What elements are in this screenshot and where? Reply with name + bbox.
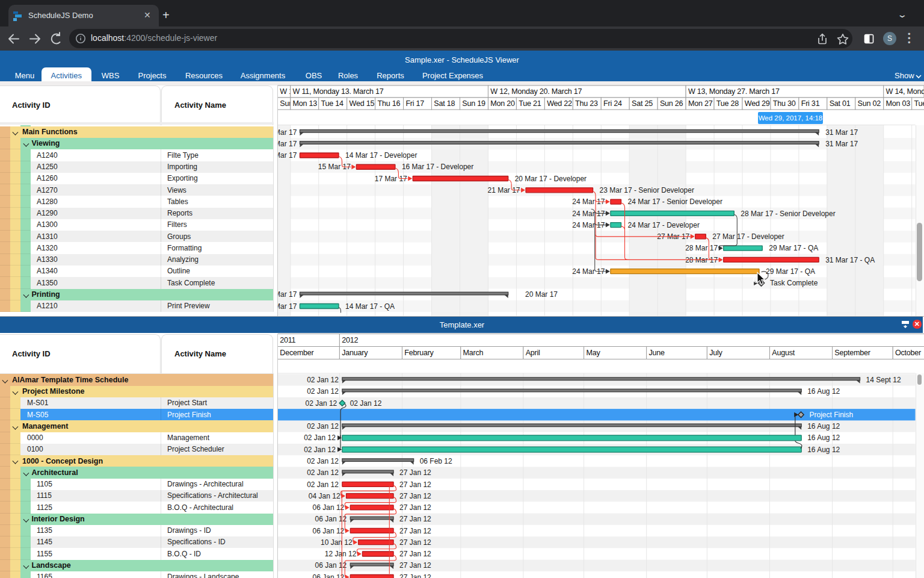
svg-text:Sat 25: Sat 25 — [632, 99, 653, 108]
svg-text:06 Jan 12: 06 Jan 12 — [313, 527, 345, 535]
svg-text:04 Jan 12: 04 Jan 12 — [309, 492, 340, 500]
svg-text:27 Jan 12: 27 Jan 12 — [399, 515, 431, 523]
svg-text:27 Jan 12: 27 Jan 12 — [399, 527, 431, 535]
svg-text:Fri 17: Fri 17 — [405, 99, 424, 108]
svg-text:Sat 01: Sat 01 — [830, 99, 851, 108]
svg-text:Fri 31: Fri 31 — [801, 99, 820, 108]
svg-text:20 Mar 17: 20 Mar 17 — [525, 290, 558, 299]
svg-text:02 Jan 12: 02 Jan 12 — [307, 387, 339, 396]
svg-text:27 Jan 12: 27 Jan 12 — [399, 561, 431, 570]
svg-text:06 Feb 12: 06 Feb 12 — [420, 457, 452, 465]
svg-text:29 Mar 17 - QA: 29 Mar 17 - QA — [766, 267, 815, 276]
svg-text:Sun 19: Sun 19 — [462, 99, 485, 108]
svg-text:2011: 2011 — [280, 336, 295, 344]
svg-text:September: September — [834, 349, 870, 357]
svg-text:W 11, Monday 13. March 17: W 11, Monday 13. March 17 — [293, 87, 384, 96]
svg-text:Mon 13: Mon 13 — [293, 99, 318, 108]
svg-text:02 Jan 12: 02 Jan 12 — [306, 399, 337, 408]
svg-text:June: June — [648, 349, 665, 357]
svg-text:Tue 14: Tue 14 — [321, 99, 343, 108]
svg-text:16 Aug 12: 16 Aug 12 — [807, 387, 840, 396]
svg-text:16 Aug 12: 16 Aug 12 — [807, 422, 840, 430]
svg-text:16 Aug 12: 16 Aug 12 — [807, 446, 840, 454]
svg-text:Thu 23: Thu 23 — [575, 99, 598, 108]
svg-text:02 Jan 12: 02 Jan 12 — [304, 446, 336, 454]
svg-text:14 Sept 12: 14 Sept 12 — [866, 376, 901, 384]
svg-text:April: April — [526, 349, 540, 357]
svg-text:28 Mar 17 - Senior Developer: 28 Mar 17 - Senior Developer — [741, 210, 835, 218]
svg-text:28 Mar 17: 28 Mar 17 — [685, 244, 718, 252]
svg-text:23 Mar 17 - Senior Developer: 23 Mar 17 - Senior Developer — [600, 186, 694, 194]
svg-text:02 Jan 12: 02 Jan 12 — [307, 457, 339, 465]
svg-text:August: August — [772, 349, 795, 357]
svg-text:02 Jan 12: 02 Jan 12 — [307, 376, 339, 384]
svg-text:02 Jan 12: 02 Jan 12 — [304, 434, 336, 442]
svg-text:Wed 29, 2017, 14:18: Wed 29, 2017, 14:18 — [759, 114, 823, 122]
svg-text:27 Jan 12: 27 Jan 12 — [399, 550, 431, 558]
svg-text:Mon 27: Mon 27 — [688, 99, 713, 108]
svg-text:02 Jan 12: 02 Jan 12 — [350, 399, 382, 408]
svg-text:Tue 28: Tue 28 — [716, 99, 739, 108]
svg-text:06 Jan 12: 06 Jan 12 — [313, 503, 345, 512]
svg-text:20 Mar 17 - Developer: 20 Mar 17 - Developer — [515, 175, 587, 183]
svg-text:27 Jan 12: 27 Jan 12 — [399, 573, 431, 578]
svg-text:May: May — [586, 349, 600, 357]
svg-text:December: December — [280, 349, 313, 357]
svg-text:12 Jan 12: 12 Jan 12 — [325, 550, 357, 558]
svg-text:16 Mar 17 - Developer: 16 Mar 17 - Developer — [402, 163, 473, 171]
svg-text:06 Jan 12: 06 Jan 12 — [313, 573, 345, 578]
svg-text:Tue 04: Tue 04 — [914, 99, 924, 108]
svg-text:Thu 16: Thu 16 — [377, 99, 400, 108]
svg-text:Wed 22: Wed 22 — [547, 99, 572, 108]
svg-text:W 14, Monday 3. April 17: W 14, Monday 3. April 17 — [886, 87, 924, 96]
svg-text:16 Aug 12: 16 Aug 12 — [807, 434, 840, 442]
svg-text:January: January — [342, 349, 368, 357]
svg-text:02 Jan 12: 02 Jan 12 — [307, 480, 339, 489]
svg-text:27 Jan 12: 27 Jan 12 — [399, 468, 431, 477]
svg-text:02 Jan 12: 02 Jan 12 — [307, 468, 339, 477]
svg-text:March: March — [463, 349, 484, 357]
svg-text:24 Mar 17 - Senior Developer: 24 Mar 17 - Senior Developer — [628, 197, 722, 206]
svg-text:14 Mar 17 - Developer: 14 Mar 17 - Developer — [345, 151, 417, 160]
svg-text:Tue 21: Tue 21 — [519, 99, 541, 108]
svg-text:February: February — [404, 349, 434, 357]
svg-text:29 Mar 17 - QA: 29 Mar 17 - QA — [769, 244, 818, 252]
svg-text:Wed 29: Wed 29 — [745, 99, 770, 108]
svg-text:2012: 2012 — [342, 336, 358, 344]
svg-text:31 Mar 17: 31 Mar 17 — [825, 128, 858, 137]
svg-text:Fri 24: Fri 24 — [603, 99, 622, 108]
svg-text:Sun 02: Sun 02 — [858, 99, 881, 108]
svg-text:July: July — [709, 349, 722, 357]
svg-text:24 Mar 17 - Developer: 24 Mar 17 - Developer — [628, 221, 700, 229]
svg-text:27 Jan 12: 27 Jan 12 — [399, 480, 431, 489]
svg-text:27 Jan 12: 27 Jan 12 — [399, 538, 431, 547]
svg-text:Task Complete: Task Complete — [770, 279, 818, 287]
svg-text:Project Finish: Project Finish — [810, 411, 854, 419]
svg-text:31 Mar 17 - QA: 31 Mar 17 - QA — [825, 256, 875, 264]
svg-text:Sun 26: Sun 26 — [660, 99, 683, 108]
svg-text:Wed 15: Wed 15 — [350, 99, 375, 108]
svg-text:W 12, Monday 20. March 17: W 12, Monday 20. March 17 — [490, 87, 582, 96]
svg-text:Mon 03: Mon 03 — [886, 99, 911, 108]
svg-text:27 Jan 12: 27 Jan 12 — [399, 492, 431, 500]
svg-text:October: October — [895, 349, 921, 357]
svg-text:27 Jan 12: 27 Jan 12 — [399, 503, 431, 512]
svg-text:10 Jan 12: 10 Jan 12 — [321, 538, 353, 547]
svg-text:14 Mar 17 - QA: 14 Mar 17 - QA — [345, 302, 395, 311]
svg-text:02 Jan 12: 02 Jan 12 — [307, 422, 339, 430]
svg-text:Mon 20: Mon 20 — [490, 99, 515, 108]
svg-text:Sat 18: Sat 18 — [434, 99, 455, 108]
svg-text:Thu 30: Thu 30 — [773, 99, 796, 108]
svg-text:27 Mar 17 - Developer: 27 Mar 17 - Developer — [712, 232, 784, 241]
svg-text:31 Mar 17: 31 Mar 17 — [825, 140, 858, 148]
svg-text:W 13, Monday 27. March 17: W 13, Monday 27. March 17 — [688, 87, 780, 96]
